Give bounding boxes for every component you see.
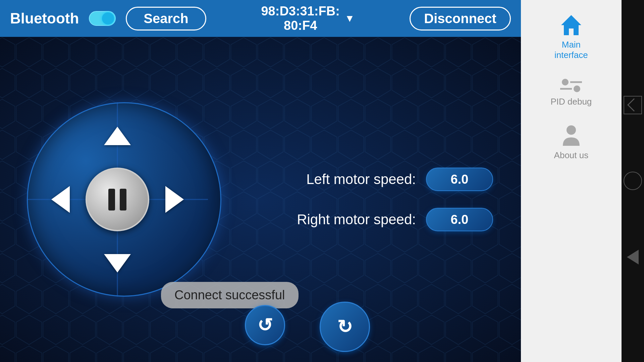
- sidebar-item-pid-debug[interactable]: PID debug: [521, 70, 622, 114]
- dpad: [27, 102, 208, 297]
- disconnect-button[interactable]: Disconnect: [410, 7, 511, 31]
- svg-point-5: [574, 85, 580, 92]
- back-icon: [628, 99, 641, 112]
- refresh-button-small[interactable]: ↺: [245, 305, 285, 345]
- right-motor-value: 6.0: [426, 208, 493, 231]
- bluetooth-label: Bluetooth: [10, 10, 79, 27]
- svg-point-3: [562, 79, 569, 85]
- bluetooth-toggle[interactable]: [89, 11, 116, 26]
- search-button[interactable]: Search: [126, 7, 206, 31]
- right-sidebar: Maininterface PID debug About us: [521, 0, 622, 362]
- person-icon: [561, 124, 581, 147]
- back-nav-icon: [627, 250, 639, 264]
- svg-marker-2: [561, 15, 581, 35]
- back-nav-button[interactable]: [624, 248, 642, 266]
- control-area: [0, 37, 235, 362]
- dpad-down-button[interactable]: [94, 236, 141, 290]
- device-address: 98:D3:31:FB:80:F4 ▼: [216, 4, 400, 33]
- pause-bar-left: [108, 189, 115, 210]
- arrow-down-icon: [104, 254, 131, 273]
- left-motor-row: Left motor speed: 6.0: [255, 168, 501, 191]
- sidebar-item-about-us[interactable]: About us: [521, 117, 622, 167]
- toast-notification: Connect successful: [161, 282, 299, 308]
- right-motor-label: Right motor speed:: [255, 212, 416, 228]
- top-bar: Bluetooth Search 98:D3:31:FB:80:F4 ▼ Dis…: [0, 0, 521, 37]
- refresh-icon-small: ↺: [257, 314, 273, 336]
- main-content: Left motor speed: 6.0 Right motor speed:…: [0, 37, 521, 362]
- left-motor-label: Left motor speed:: [255, 171, 416, 187]
- black-nav-strip: [622, 0, 644, 362]
- pause-bar-right: [120, 189, 126, 210]
- sidebar-about-us-label: About us: [554, 150, 589, 161]
- home-nav-button[interactable]: [624, 172, 642, 190]
- arrow-up-icon: [104, 127, 131, 145]
- refresh-button-large[interactable]: ↻: [320, 302, 370, 352]
- home-icon: [559, 13, 583, 37]
- right-motor-row: Right motor speed: 6.0: [255, 208, 501, 231]
- dpad-up-button[interactable]: [94, 109, 141, 163]
- dpad-right-button[interactable]: [148, 176, 201, 223]
- left-motor-value: 6.0: [426, 168, 493, 191]
- sidebar-main-interface-label: Maininterface: [554, 40, 588, 60]
- dpad-left-button[interactable]: [34, 176, 87, 223]
- pause-button[interactable]: [86, 168, 149, 231]
- arrow-left-icon: [51, 186, 70, 213]
- pause-icon: [108, 189, 126, 210]
- refresh-icon-large: ↻: [337, 316, 353, 338]
- back-button[interactable]: [624, 96, 642, 114]
- sidebar-item-main-interface[interactable]: Maininterface: [521, 7, 622, 67]
- dropdown-arrow-icon[interactable]: ▼: [345, 13, 355, 24]
- sidebar-pid-debug-label: PID debug: [550, 97, 592, 107]
- svg-point-7: [567, 125, 576, 135]
- device-address-text: 98:D3:31:FB:80:F4: [261, 4, 339, 33]
- pid-debug-icon: [560, 77, 582, 94]
- arrow-right-icon: [165, 186, 184, 213]
